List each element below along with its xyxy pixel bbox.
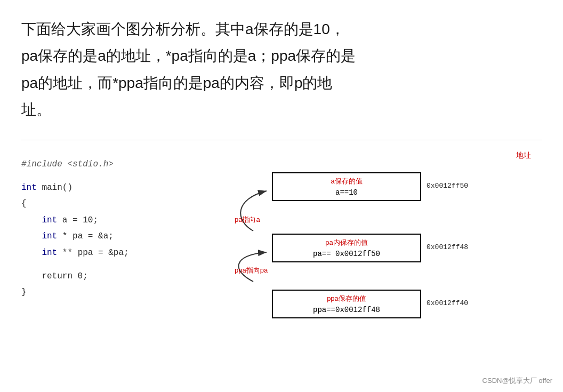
- code-include: #include <stdio.h>: [21, 156, 192, 172]
- box-a-title: a保存的值: [279, 177, 414, 186]
- memory-box-a: a保存的值 a==10: [272, 172, 421, 201]
- box-ppa-value: ppa==0x0012ff48: [279, 306, 414, 314]
- memory-box-pa: pa内保存的值 pa== 0x0012ff50: [272, 234, 421, 262]
- address-pa: 0x0012ff48: [427, 243, 468, 251]
- pointer-pa-label: pa指向a: [235, 215, 260, 225]
- address-header: 地址: [516, 151, 531, 161]
- code-close-brace: }: [21, 284, 192, 300]
- code-var-ppa: int ** ppa = &pa;: [21, 245, 192, 261]
- code-main-sig: int main(): [21, 180, 192, 196]
- pointer-ppa-label: ppa指向pa: [235, 266, 268, 275]
- address-a: 0x0012ff50: [427, 182, 468, 190]
- desc-line1: 下面给大家画个图分析分析。其中a保存的是10，: [21, 21, 345, 37]
- code-var-pa: int * pa = &a;: [21, 228, 192, 244]
- box-a-value: a==10: [279, 188, 414, 197]
- description-text: 下面给大家画个图分析分析。其中a保存的是10， pa保存的是a的地址，*pa指向…: [21, 16, 542, 124]
- watermark: CSDN@悦享大厂 offer: [482, 376, 552, 386]
- desc-line2: pa保存的是a的地址，*pa指向的是a；ppa保存的是: [21, 47, 356, 64]
- code-var-a: int a = 10;: [21, 212, 192, 228]
- page-container: 下面给大家画个图分析分析。其中a保存的是10， pa保存的是a的地址，*pa指向…: [0, 0, 563, 392]
- box-pa-title: pa内保存的值: [279, 238, 414, 247]
- section-divider: [21, 140, 542, 140]
- code-block: #include <stdio.h> int main() { int a = …: [21, 151, 192, 322]
- desc-line3: pa的地址，而*ppa指向的是pa的内容，即p的地: [21, 75, 332, 91]
- code-return: return 0;: [21, 268, 192, 284]
- content-area: #include <stdio.h> int main() { int a = …: [21, 151, 542, 322]
- address-ppa: 0x0012ff40: [427, 299, 468, 307]
- desc-line4: 址。: [21, 101, 51, 118]
- memory-box-ppa: ppa保存的值 ppa==0x0012ff48: [272, 290, 421, 318]
- diagram-area: 地址 pa指向a ppa指向pa a保存的值 a==10: [203, 151, 542, 322]
- box-ppa-title: ppa保存的值: [279, 294, 414, 303]
- code-open-brace: {: [21, 196, 192, 212]
- box-pa-value: pa== 0x0012ff50: [279, 250, 414, 258]
